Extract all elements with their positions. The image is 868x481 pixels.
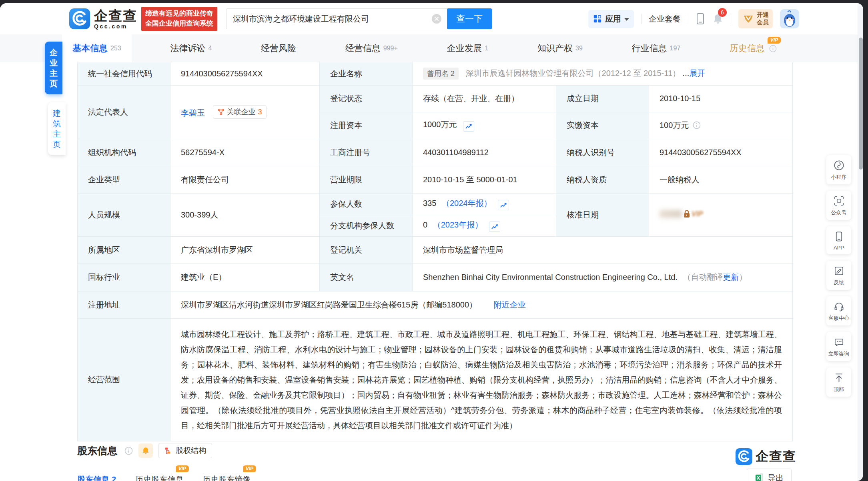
status-label: 登记状态 <box>320 85 413 112</box>
established-value: 2010-10-15 <box>649 85 793 112</box>
consult-now-button[interactable]: 立即咨询 <box>826 332 851 361</box>
search-bar: 查一下 <box>226 8 492 29</box>
export-button[interactable]: 导出 <box>747 469 792 481</box>
penguin-avatar-icon <box>780 9 799 28</box>
insured-year-link[interactable]: （2024年报） <box>442 199 492 208</box>
info-icon[interactable] <box>124 447 133 455</box>
insured-trend-icon[interactable] <box>498 200 509 210</box>
notification-badge: 6 <box>718 8 727 17</box>
back-to-top-button[interactable]: 顶部 <box>826 367 851 397</box>
tab-history-info[interactable]: VIP 历史信息 <box>719 34 787 62</box>
translate-note: （自动翻译 <box>683 273 723 281</box>
capital-trend-icon[interactable] <box>463 121 474 132</box>
paid-capital-cell: 100万元 <box>649 112 793 139</box>
feedback-button[interactable]: 反馈 <box>826 261 851 290</box>
subtab-history-shareholders[interactable]: VIP历史股东信息 <box>135 465 183 481</box>
shareholder-title: 股东信息 <box>77 444 117 457</box>
shareholder-section-header: 股东信息 股权结构 <box>77 443 212 458</box>
approval-date-cell: VIP <box>649 193 793 236</box>
expand-link[interactable]: 展开 <box>689 69 705 78</box>
qr-scan-icon <box>834 196 844 206</box>
credit-code-value: 9144030056275594XX <box>170 62 320 85</box>
tab-legal-litigation[interactable]: 法律诉讼4 <box>160 34 222 62</box>
legal-rep-label: 法定代表人 <box>78 85 170 139</box>
equity-structure-button[interactable]: 股权结构 <box>158 443 212 458</box>
taxpayer-quality-value: 一般纳税人 <box>649 166 793 193</box>
vip-locked-value[interactable]: VIP <box>660 210 703 218</box>
registry-value: 深圳市市场监督管理局 <box>413 236 793 263</box>
info-icon[interactable] <box>693 121 701 129</box>
legal-rep-link[interactable]: 李碧玉 <box>181 108 205 117</box>
insured-cell: 335 （2024年报） <box>413 193 556 215</box>
approval-date-label: 核准日期 <box>556 193 649 236</box>
scrollbar-track[interactable] <box>858 3 863 481</box>
divider <box>688 14 688 24</box>
related-companies-button[interactable]: 关联企业3 <box>213 105 267 119</box>
official-account-button[interactable]: 公众号 <box>826 191 851 220</box>
qcc-logo-icon <box>69 8 90 29</box>
scrollbar-thumb[interactable] <box>859 38 863 170</box>
tab-operation-risk[interactable]: 经营风险 <box>251 34 307 62</box>
package-link[interactable]: 企业套餐 <box>649 14 681 24</box>
branch-insured-trend-icon[interactable] <box>489 222 500 232</box>
search-button[interactable]: 查一下 <box>447 8 492 29</box>
sidebar-tab-construction-home[interactable]: 建筑主页 <box>48 102 66 155</box>
tab-intellectual-property[interactable]: 知识产权39 <box>527 34 593 62</box>
table-row: 国标行业 建筑业（E） 英文名 Shenzhen Binhai City Env… <box>78 263 793 291</box>
org-code-value: 56275594-X <box>170 139 320 166</box>
scope-value: 城市园林绿化工程设计、施工及养护；路桥工程、建筑工程、市政工程、城市及道路照明工… <box>170 318 793 441</box>
company-name-label: 企业名称 <box>320 62 413 85</box>
vip-badge: VIP <box>243 465 256 472</box>
table-row: 所属地区 广东省深圳市罗湖区 登记机关 深圳市市场监督管理局 <box>78 236 793 263</box>
table-row: 经营范围 城市园林绿化工程设计、施工及养护；路桥工程、建筑工程、市政工程、城市及… <box>78 318 793 441</box>
user-avatar[interactable] <box>780 9 799 28</box>
table-row: 组织机构代码 56275594-X 工商注册号 440301104989112 … <box>78 139 793 166</box>
subtab-shareholders[interactable]: 股东信息2 <box>77 465 116 481</box>
info-icon[interactable] <box>769 45 777 52</box>
region-label: 所属地区 <box>78 236 170 263</box>
open-vip-button[interactable]: 开通 会员 <box>738 9 773 28</box>
grid-icon <box>593 14 602 23</box>
header-actions: 应用 企业套餐 6 开通 会员 <box>588 9 799 28</box>
tab-basic-info[interactable]: 基本信息253 <box>62 34 132 62</box>
apps-dropdown[interactable]: 应用 <box>588 10 634 28</box>
shareholder-subtabs: 股东信息2 VIP历史股东信息 VIP历史股东镜像 <box>77 465 251 481</box>
sidebar-tab-company-home[interactable]: 企业主页 <box>45 42 62 94</box>
address-label: 注册地址 <box>78 291 170 318</box>
established-label: 成立日期 <box>556 85 649 112</box>
translate-refresh-link[interactable]: 更新 <box>723 273 739 281</box>
divider <box>731 14 731 24</box>
credit-code-label: 统一社会信用代码 <box>78 62 170 85</box>
table-row: 人员规模 300-399人 参保人数 335 （2024年报） 核准日期 VIP <box>78 193 793 215</box>
taxpayer-quality-label: 纳税人资质 <box>556 166 649 193</box>
qcc-logo-icon <box>736 448 752 465</box>
notification-bell-icon[interactable]: 6 <box>712 13 724 25</box>
tab-industry-info[interactable]: 行业信息197 <box>621 34 691 62</box>
registry-label: 登记机关 <box>320 236 413 263</box>
reg-no-label: 工商注册号 <box>320 139 413 166</box>
taxpayer-id-label: 纳税人识别号 <box>556 139 649 166</box>
vip-badge: VIP <box>768 37 781 44</box>
nearby-companies-link[interactable]: 附近企业 <box>494 300 526 309</box>
mobile-app-icon[interactable] <box>696 13 705 25</box>
sidebar-tab-label: 建筑主页 <box>52 108 61 150</box>
monitor-bell-button[interactable] <box>138 443 153 458</box>
tab-operation-info[interactable]: 经营信息999+ <box>335 34 408 62</box>
app-download-button[interactable]: APP <box>826 226 851 254</box>
logo-text: 企查查 <box>94 9 137 22</box>
logo-subtext: Qcc.com <box>94 24 137 29</box>
branch-insured-year-link[interactable]: （2023年报） <box>433 220 483 229</box>
tab-company-development[interactable]: 企业发展1 <box>436 34 499 62</box>
english-name-label: 英文名 <box>320 263 413 291</box>
top-header: 企查查 Qcc.com 缔造有远见的商业传奇 全国企业信用查询系统 查一下 <box>0 3 863 34</box>
slogan-line1: 缔造有远见的商业传奇 <box>145 9 213 19</box>
table-row: 法定代表人 李碧玉 关联企业3 登记状态 存续（在营、开业、在册） 成立日期 2… <box>78 85 793 112</box>
qcc-logo[interactable]: 企查查 Qcc.com <box>69 8 137 29</box>
customer-service-button[interactable]: 客服中心 <box>826 296 851 325</box>
clear-search-icon[interactable] <box>432 14 441 24</box>
subtab-history-shareholder-snapshot[interactable]: VIP历史股东镜像 <box>202 465 251 481</box>
mini-program-button[interactable]: 小程序 <box>826 155 851 184</box>
search-input[interactable] <box>226 8 447 29</box>
company-info-table: 统一社会信用代码 9144030056275594XX 企业名称 曾用名 2 深… <box>77 62 793 441</box>
status-value: 存续（在营、开业、在册） <box>413 85 556 112</box>
